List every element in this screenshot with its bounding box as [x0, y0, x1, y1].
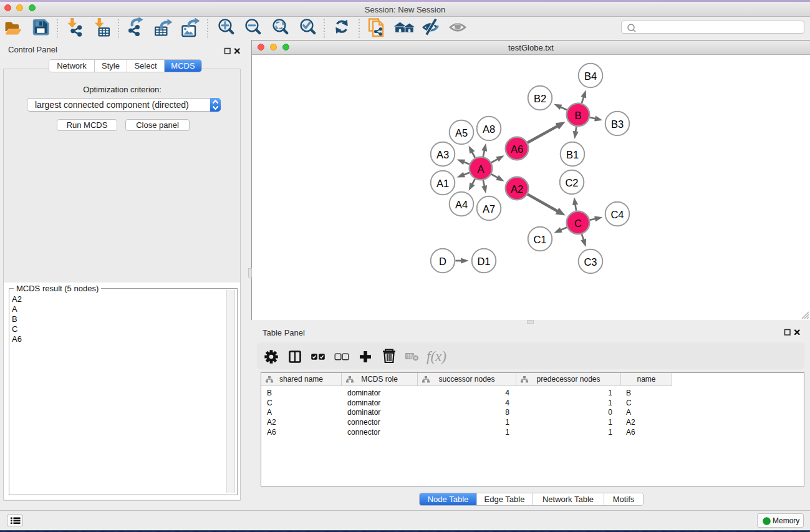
svg-text:A5: A5 [455, 127, 468, 138]
svg-text:D: D [439, 256, 446, 267]
svg-text:B1: B1 [566, 149, 579, 160]
svg-text:D1: D1 [477, 256, 490, 267]
svg-text:f(x): f(x) [427, 349, 446, 364]
svg-text:A: A [477, 163, 484, 175]
svg-text:A4: A4 [455, 199, 468, 210]
svg-text:B3: B3 [611, 118, 624, 130]
svg-text:A2: A2 [511, 183, 523, 195]
svg-text:A8: A8 [483, 123, 495, 135]
svg-text:C4: C4 [610, 209, 624, 220]
svg-text:A6: A6 [511, 143, 523, 155]
svg-text:A1: A1 [436, 178, 449, 189]
svg-text:C2: C2 [565, 177, 578, 188]
svg-text:B2: B2 [534, 93, 546, 104]
svg-text:A3: A3 [436, 149, 449, 160]
svg-text:B4: B4 [584, 70, 597, 82]
svg-text:A7: A7 [483, 203, 495, 215]
svg-text:C: C [574, 218, 582, 229]
svg-text:C3: C3 [584, 256, 597, 268]
svg-text:C1: C1 [533, 234, 546, 245]
svg-text:B: B [574, 110, 581, 121]
